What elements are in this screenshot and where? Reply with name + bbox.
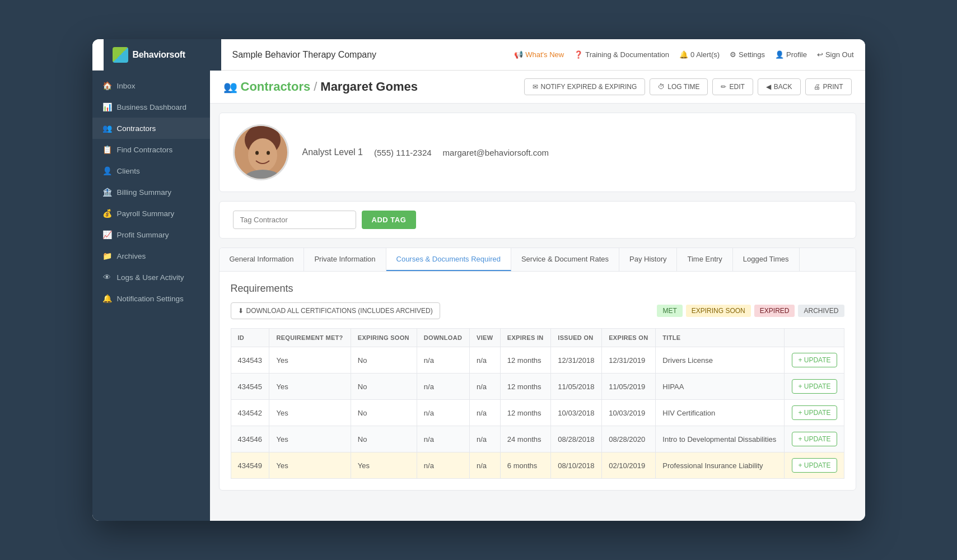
sidebar-item-inbox[interactable]: 🏠 Inbox [92, 75, 210, 96]
logo-area: Behaviorsoft [104, 39, 221, 71]
archives-icon: 📁 [102, 251, 111, 260]
cell-7: 11/05/2019 [602, 374, 656, 400]
cell-1: Yes [269, 426, 351, 452]
cell-2: No [351, 374, 417, 400]
logo-icon [113, 47, 128, 63]
page-actions: ✉ NOTIFY EXPIRED & EXPIRING ⏱ LOG TIME ✏… [524, 78, 852, 95]
cell-action: + UPDATE [785, 400, 844, 426]
requirements-legend: MET EXPIRING SOON EXPIRED ARCHIVED [657, 305, 844, 317]
sidebar-item-contractors[interactable]: 👥 Contractors [92, 118, 210, 139]
sidebar-item-find-contractors[interactable]: 📋 Find Contractors [92, 139, 210, 160]
col-expires-on: EXPIRES ON [602, 329, 656, 347]
logo-text: Behaviorsoft [133, 50, 185, 60]
update-button[interactable]: + UPDATE [792, 432, 837, 446]
cell-6: 08/10/2018 [551, 452, 602, 479]
col-expiring-soon: EXPIRING SOON [351, 329, 417, 347]
col-view: VIEW [470, 329, 501, 347]
payroll-icon: 💰 [102, 209, 111, 218]
header-actions: 📢 What's New ❓ Training & Documentation … [514, 50, 853, 59]
page-header: 👥 Contractors / Margaret Gomes ✉ NOTIFY … [210, 71, 865, 104]
sidebar-item-billing-summary[interactable]: 🏦 Billing Summary [92, 181, 210, 203]
update-button[interactable]: + UPDATE [792, 405, 837, 420]
tab-general-information[interactable]: General Information [220, 248, 305, 271]
tab-pay-history[interactable]: Pay History [619, 248, 677, 271]
col-issued-on: ISSUED ON [551, 329, 602, 347]
table-row: 434546YesNon/an/a24 months08/28/201808/2… [231, 426, 844, 452]
cell-3: n/a [417, 452, 469, 479]
cell-5: 24 months [500, 426, 551, 452]
update-button[interactable]: + UPDATE [792, 353, 837, 367]
cell-4: n/a [470, 347, 501, 374]
col-title: TITLE [656, 329, 785, 347]
tag-section: ADD TAG [219, 201, 856, 239]
print-button[interactable]: 🖨 PRINT [805, 78, 852, 95]
tab-courses-documents[interactable]: Courses & Documents Required [386, 248, 511, 271]
dashboard-icon: 📊 [102, 102, 111, 111]
back-icon: ◀ [766, 83, 771, 91]
col-requirement-met: REQUIREMENT MET? [269, 329, 351, 347]
cell-5: 6 months [500, 452, 551, 479]
clients-icon: 👤 [102, 166, 111, 175]
cell-8: Professional Insurance Liability [656, 452, 785, 479]
cell-2: No [351, 400, 417, 426]
cell-5: 12 months [500, 347, 551, 374]
legend-archived: ARCHIVED [798, 305, 844, 317]
cell-8: Drivers License [656, 347, 785, 374]
col-id: ID [231, 329, 269, 347]
notification-icon: 🔔 [102, 294, 111, 303]
megaphone-icon: 📢 [514, 50, 523, 59]
home-icon: 🏠 [102, 81, 111, 90]
profile-info: Analyst Level 1 (555) 111-2324 margaret@… [302, 147, 549, 157]
cell-7: 02/10/2019 [602, 452, 656, 479]
training-link[interactable]: ❓ Training & Documentation [574, 50, 669, 59]
sidebar-item-notification-settings[interactable]: 🔔 Notification Settings [92, 288, 210, 309]
add-tag-button[interactable]: ADD TAG [362, 211, 417, 229]
cell-0: 434546 [231, 426, 269, 452]
whats-new-link[interactable]: 📢 What's New [514, 50, 564, 59]
find-icon: 📋 [102, 145, 111, 154]
sidebar-item-profit-summary[interactable]: 📈 Profit Summary [92, 224, 210, 245]
tab-time-entry[interactable]: Time Entry [677, 248, 732, 271]
log-time-button[interactable]: ⏱ LOG TIME [650, 78, 708, 95]
settings-link[interactable]: ⚙ Settings [730, 50, 765, 59]
tab-service-document-rates[interactable]: Service & Document Rates [511, 248, 619, 271]
update-button[interactable]: + UPDATE [792, 458, 837, 473]
cell-action: + UPDATE [785, 426, 844, 452]
tab-private-information[interactable]: Private Information [304, 248, 386, 271]
tabs-section: General Information Private Information … [219, 248, 856, 491]
sidebar-item-payroll-summary[interactable]: 💰 Payroll Summary [92, 203, 210, 224]
tab-content: Requirements ⬇ DOWNLOAD ALL CERTIFICATIO… [220, 272, 856, 490]
table-header: ID REQUIREMENT MET? EXPIRING SOON DOWNLO… [231, 329, 844, 347]
sign-out-link[interactable]: ↩ Sign Out [817, 50, 854, 59]
top-header: Behaviorsoft Sample Behavior Therapy Com… [92, 39, 865, 71]
tag-contractor-input[interactable] [233, 211, 356, 229]
profile-email: margaret@behaviorsoft.com [443, 148, 549, 157]
sidebar-item-archives[interactable]: 📁 Archives [92, 245, 210, 267]
cell-4: n/a [470, 452, 501, 479]
cell-6: 08/28/2018 [551, 426, 602, 452]
table-row: 434545YesNon/an/a12 months11/05/201811/0… [231, 374, 844, 400]
sidebar-item-logs[interactable]: 👁 Logs & User Activity [92, 267, 210, 288]
sidebar: 🏠 Inbox 📊 Business Dashboard 👥 Contracto… [92, 71, 210, 521]
breadcrumb: 👥 Contractors / Margaret Gomes [223, 80, 418, 94]
cell-action: + UPDATE [785, 374, 844, 400]
signout-icon: ↩ [817, 50, 823, 59]
col-expires-in: EXPIRES IN [500, 329, 551, 347]
profile-section: Analyst Level 1 (555) 111-2324 margaret@… [219, 113, 856, 192]
profile-link[interactable]: 👤 Profile [775, 50, 807, 59]
breadcrumb-parent[interactable]: Contractors [241, 80, 311, 94]
notify-expired-button[interactable]: ✉ NOTIFY EXPIRED & EXPIRING [524, 78, 646, 95]
table-body: 434543YesNon/an/a12 months12/31/201812/3… [231, 347, 844, 479]
download-certifications-button[interactable]: ⬇ DOWNLOAD ALL CERTIFICATIONS (INCLUDES … [231, 302, 440, 319]
back-button[interactable]: ◀ BACK [758, 78, 801, 95]
pencil-icon: ✏ [721, 83, 726, 91]
tab-logged-times[interactable]: Logged Times [733, 248, 800, 271]
cell-0: 434543 [231, 347, 269, 374]
edit-button[interactable]: ✏ EDIT [712, 78, 753, 95]
sidebar-item-business-dashboard[interactable]: 📊 Business Dashboard [92, 96, 210, 118]
cell-4: n/a [470, 400, 501, 426]
update-button[interactable]: + UPDATE [792, 379, 837, 394]
sidebar-item-clients[interactable]: 👤 Clients [92, 160, 210, 181]
alerts-link[interactable]: 🔔 0 Alert(s) [679, 50, 720, 59]
clock-icon: ⏱ [658, 83, 665, 91]
